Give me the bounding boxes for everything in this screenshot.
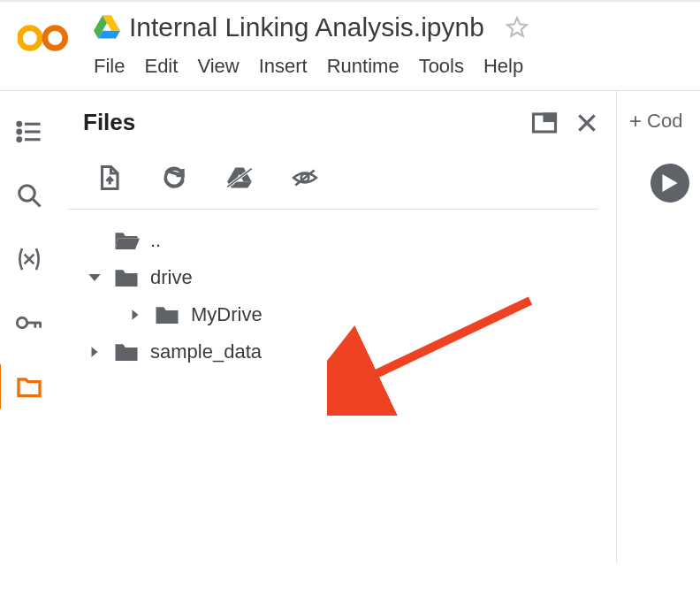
mount-drive-icon[interactable]: [226, 164, 253, 191]
tree-label: ..: [150, 229, 161, 252]
hide-icon[interactable]: [292, 164, 318, 191]
chevron-right-icon: [87, 346, 103, 358]
files-tab-icon[interactable]: [15, 372, 43, 401]
panel-title: Files: [83, 109, 135, 136]
svg-point-8: [19, 186, 35, 202]
svg-point-1: [45, 28, 65, 49]
folder-icon: [113, 266, 140, 289]
svg-point-0: [19, 28, 40, 49]
star-icon[interactable]: [506, 16, 529, 39]
menu-edit[interactable]: Edit: [144, 55, 178, 78]
menu-bar: File Edit View Insert Runtime Tools Help: [94, 55, 686, 78]
menu-view[interactable]: View: [197, 55, 239, 78]
svg-point-2: [18, 122, 21, 126]
svg-line-9: [33, 199, 41, 207]
tree-label: drive: [150, 266, 193, 289]
refresh-icon[interactable]: [161, 164, 187, 191]
run-cell-button[interactable]: [651, 164, 689, 202]
files-panel: Files: [58, 91, 617, 562]
tree-label: sample_data: [150, 340, 262, 363]
notebook-pane: + Cod: [617, 91, 700, 562]
svg-point-4: [18, 130, 21, 134]
tree-drive[interactable]: drive: [78, 259, 598, 296]
tree-label: MyDrive: [191, 303, 262, 326]
folder-icon: [113, 340, 140, 363]
add-code-button[interactable]: + Cod: [629, 109, 700, 134]
menu-insert[interactable]: Insert: [259, 55, 308, 78]
tree-mydrive[interactable]: MyDrive: [78, 296, 598, 333]
tree-parent[interactable]: ..: [78, 222, 598, 259]
svg-point-10: [17, 317, 27, 327]
secrets-icon[interactable]: [15, 309, 43, 337]
folder-icon: [154, 303, 180, 326]
folder-open-icon: [113, 229, 140, 252]
svg-point-6: [18, 138, 21, 141]
file-tree: .. drive MyDrive sam: [67, 222, 598, 371]
google-drive-icon: [94, 15, 120, 40]
chevron-right-icon: [127, 309, 143, 321]
toc-icon[interactable]: [15, 118, 43, 146]
variables-icon[interactable]: [15, 245, 43, 273]
files-toolbar: [67, 152, 598, 210]
search-icon[interactable]: [15, 181, 43, 210]
upload-icon[interactable]: [95, 164, 122, 191]
panel-tab-icon[interactable]: [531, 111, 558, 134]
menu-help[interactable]: Help: [483, 55, 523, 78]
close-icon[interactable]: [575, 111, 598, 134]
document-title[interactable]: Internal Linking Analysis.ipynb: [129, 12, 484, 42]
colab-logo: [18, 21, 69, 55]
menu-runtime[interactable]: Runtime: [327, 55, 399, 78]
menu-file[interactable]: File: [94, 55, 125, 78]
left-rail: [0, 91, 58, 562]
add-code-label: Cod: [647, 110, 682, 133]
chevron-down-icon: [87, 271, 103, 285]
tree-sample-data[interactable]: sample_data: [78, 333, 598, 371]
svg-rect-15: [544, 114, 556, 121]
menu-tools[interactable]: Tools: [419, 55, 464, 78]
